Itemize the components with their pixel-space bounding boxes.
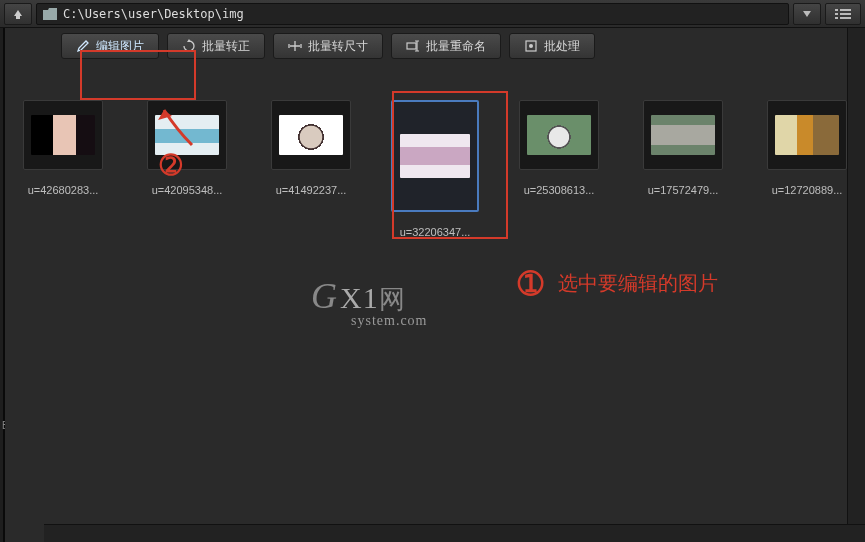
batch-process-label: 批处理 [544,38,580,55]
toolbar: 编辑图片 批量转正 批量转尺寸 批量重命名 批处理 [59,28,865,64]
thumbnails-grid: u=42680283... u=42095348... u=41492237..… [5,64,865,238]
svg-rect-0 [835,9,838,11]
thumbnail-item[interactable]: u=41492237... [261,100,361,238]
thumbnail-item[interactable]: u=25308613... [509,100,609,238]
folder-icon [43,8,57,20]
view-options-button[interactable] [825,3,861,25]
thumbnail-image [391,100,479,212]
svg-rect-4 [835,17,838,19]
thumbnail-filename: u=17572479... [648,184,719,196]
resize-icon [288,39,302,53]
svg-rect-1 [840,9,851,11]
svg-rect-5 [840,17,851,19]
thumbnail-image [767,100,847,170]
vertical-scrollbar[interactable] [847,28,865,524]
rename-icon [406,39,420,53]
thumbnail-image [23,100,103,170]
path-history-dropdown[interactable] [793,3,821,25]
path-text: C:\Users\user\Desktop\img [63,7,244,21]
pencil-icon [76,39,90,53]
thumbnail-item-selected[interactable]: u=32206347... [385,100,485,238]
rotate-icon [182,39,196,53]
thumbnail-image [519,100,599,170]
thumbnail-filename: u=41492237... [276,184,347,196]
titlebar: C:\Users\user\Desktop\img [0,0,865,28]
edit-image-label: 编辑图片 [96,38,144,55]
nav-up-button[interactable] [4,3,32,25]
batch-resize-label: 批量转尺寸 [308,38,368,55]
thumbnail-item[interactable]: u=17572479... [633,100,733,238]
watermark-g: G [311,276,338,316]
thumbnail-image [147,100,227,170]
arrow-up-icon [12,8,24,20]
path-bar[interactable]: C:\Users\user\Desktop\img [36,3,789,25]
thumbnail-filename: u=25308613... [524,184,595,196]
thumbnail-filename: u=42680283... [28,184,99,196]
thumbnail-item[interactable]: u=12720889... [757,100,857,238]
thumbnail-item[interactable]: u=42680283... [13,100,113,238]
edit-image-button[interactable]: 编辑图片 [61,33,159,59]
batch-rotate-label: 批量转正 [202,38,250,55]
main-panel: 编辑图片 批量转正 批量转尺寸 批量重命名 批处理 u=426802 [5,28,865,542]
batch-rotate-button[interactable]: 批量转正 [167,33,265,59]
process-icon [524,39,538,53]
chevron-down-icon [803,11,811,17]
thumbnail-filename: u=12720889... [772,184,843,196]
thumbnail-image [643,100,723,170]
thumbnail-image [271,100,351,170]
svg-rect-3 [840,13,851,15]
batch-rename-label: 批量重命名 [426,38,486,55]
thumbnail-filename: u=42095348... [152,184,223,196]
batch-rename-button[interactable]: 批量重命名 [391,33,501,59]
thumbnail-item[interactable]: u=42095348... [137,100,237,238]
batch-resize-button[interactable]: 批量转尺寸 [273,33,383,59]
watermark-net: 网 [379,285,406,314]
thumbnail-filename: u=32206347... [400,226,471,238]
list-icon [835,9,851,19]
horizontal-scrollbar[interactable] [44,524,865,542]
watermark-sub: system.com [351,314,428,328]
watermark: GX1网 system.com [311,278,428,328]
svg-point-8 [529,44,533,48]
svg-rect-2 [835,13,838,15]
svg-rect-6 [407,43,416,49]
batch-process-button[interactable]: 批处理 [509,33,595,59]
watermark-x1: X1 [340,281,379,314]
